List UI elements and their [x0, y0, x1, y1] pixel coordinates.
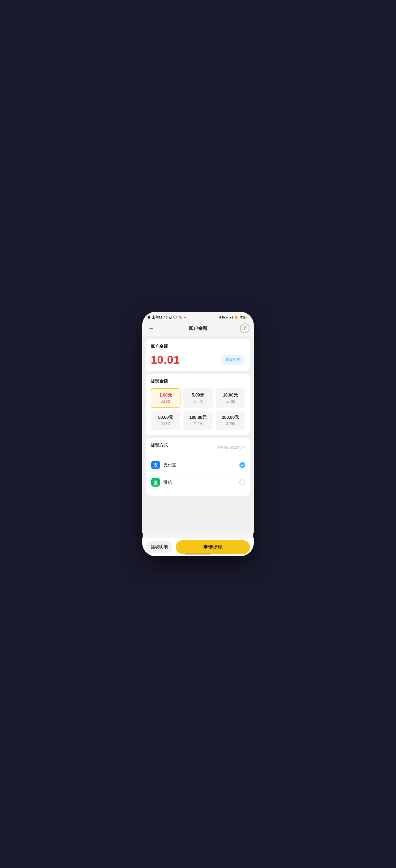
taobao-icon: 🛍 [178, 315, 182, 319]
withdraw-amount-1: 1.00元 [154, 393, 178, 398]
wechat-left: 微 微信 [151, 477, 172, 487]
wechat-option[interactable]: 微 微信 [151, 474, 245, 491]
withdraw-amount-3: 10.00元 [218, 393, 242, 398]
bind-account-link[interactable]: 修改/绑定收款账户> [217, 445, 245, 450]
withdraw-threshold-3: 无门槛 [218, 399, 242, 404]
withdraw-threshold-1: 无门槛 [154, 399, 178, 404]
balance-row: 10.01 查看明细 [151, 353, 245, 366]
withdraw-option-5[interactable]: 100.00元 无门槛 [183, 411, 213, 430]
wechat-icon: 微 [151, 477, 160, 487]
empty-space [142, 498, 254, 520]
more-icon: ··· [184, 315, 186, 319]
withdraw-amount-2: 5.00元 [186, 393, 210, 398]
phone-frame: 上午11:40 𝕕 💬 🛍 ··· 9.2K/s ▲𝄞 📶 [63]⚡ ← 账户… [142, 312, 254, 556]
withdraw-section-title: 提现金额 [151, 378, 245, 384]
wechat-radio-unchecked [239, 479, 245, 485]
balance-amount: 10.01 [151, 353, 180, 366]
wechat-label: 微信 [164, 480, 172, 485]
withdraw-grid: 1.00元 无门槛 5.00元 无门槛 10.00元 无门槛 50.00元 无门… [151, 388, 245, 430]
alipay-radio-checked [239, 462, 245, 468]
status-bar: 上午11:40 𝕕 💬 🛍 ··· 9.2K/s ▲𝄞 📶 [63]⚡ [142, 312, 254, 321]
alipay-icon: 支 [151, 460, 160, 470]
withdraw-amount-4: 50.00元 [154, 415, 178, 421]
withdraw-option-2[interactable]: 5.00元 无门槛 [183, 388, 213, 408]
main-content: 账户余额 10.01 查看明细 提现金额 1.00元 无门槛 5.00元 无门槛 [142, 336, 254, 533]
status-left: 上午11:40 𝕕 💬 🛍 ··· [147, 315, 186, 320]
withdraw-option-3[interactable]: 10.00元 无门槛 [216, 388, 245, 408]
status-right: 9.2K/s ▲𝄞 📶 [63]⚡ [219, 316, 249, 319]
home-indicator [185, 554, 211, 555]
withdraw-option-4[interactable]: 50.00元 无门槛 [151, 411, 180, 430]
network-speed: 9.2K/s [219, 316, 228, 319]
payment-card: 提现方式 修改/绑定收款账户> 支 支付宝 [146, 438, 250, 496]
notification-icon: 💬 [173, 315, 177, 319]
alipay-label: 支付宝 [164, 462, 176, 468]
balance-card: 账户余额 10.01 查看明细 [146, 339, 250, 371]
view-detail-button[interactable]: 查看明细 [221, 355, 245, 365]
wifi-icon: 📶 [235, 316, 238, 319]
back-button[interactable]: ← [146, 323, 156, 333]
withdraw-detail-button[interactable]: 提现明细 [146, 541, 172, 553]
withdraw-card: 提现金额 1.00元 无门槛 5.00元 无门槛 10.00元 无门槛 [146, 374, 250, 435]
withdraw-amount-6: 200.00元 [218, 415, 242, 421]
help-button[interactable]: ? [240, 323, 250, 333]
page-title: 账户余额 [189, 325, 207, 332]
alipay-left: 支 支付宝 [151, 460, 176, 470]
camera-icon [147, 316, 150, 319]
battery-icon: [63]⚡ [239, 316, 249, 319]
tiktok-icon: 𝕕 [169, 315, 171, 319]
withdraw-amount-5: 100.00元 [186, 415, 210, 421]
alipay-option[interactable]: 支 支付宝 [151, 457, 245, 474]
payment-header: 提现方式 修改/绑定收款账户> [151, 442, 245, 452]
svg-text:支: 支 [153, 463, 158, 468]
balance-section-title: 账户余额 [151, 344, 245, 349]
withdraw-threshold-5: 无门槛 [186, 422, 210, 426]
status-time: 上午11:40 [152, 315, 167, 320]
nav-bar: ← 账户余额 ? [142, 321, 254, 336]
apply-withdraw-button[interactable]: 申请提现 [176, 540, 250, 554]
withdraw-option-1[interactable]: 1.00元 无门槛 [151, 388, 180, 408]
withdraw-threshold-2: 无门槛 [186, 399, 210, 404]
withdraw-threshold-4: 无门槛 [154, 422, 178, 426]
svg-text:微: 微 [153, 480, 158, 485]
withdraw-option-6[interactable]: 200.00元 无门槛 [216, 411, 245, 430]
payment-section-title: 提现方式 [151, 442, 168, 448]
signal-icon: ▲𝄞 [229, 316, 234, 319]
withdraw-threshold-6: 无门槛 [218, 422, 242, 426]
